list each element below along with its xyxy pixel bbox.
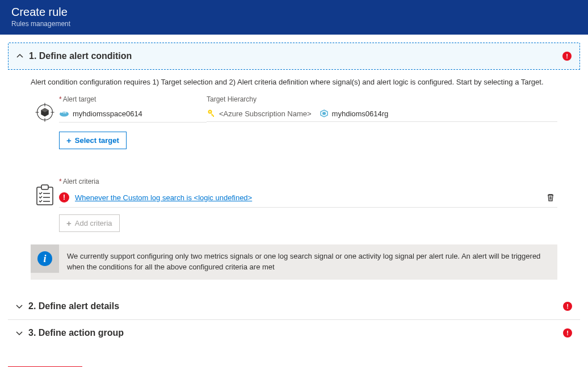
- subscription-name: <Azure Subscription Name>: [219, 109, 312, 118]
- svg-rect-4: [65, 110, 66, 113]
- intro-text: Alert condition configuration requires 1…: [31, 78, 557, 86]
- key-icon: [207, 109, 216, 118]
- alert-target-resource[interactable]: myhdiomsspace0614: [59, 106, 207, 123]
- section-header-1[interactable]: 1. Define alert condition !: [9, 43, 579, 69]
- error-badge-icon: !: [563, 328, 572, 338]
- error-badge-icon: !: [563, 302, 572, 311]
- section-body: Alert condition configuration requires 1…: [8, 69, 580, 293]
- svg-point-6: [209, 111, 211, 112]
- section-title-3: 3. Define action group: [28, 328, 124, 338]
- info-text: We currently support configuring only tw…: [59, 244, 557, 280]
- info-icon: i: [37, 251, 52, 266]
- page-subtitle: Rules management: [11, 20, 577, 28]
- section-define-alert-condition: 1. Define alert condition ! Alert condit…: [8, 43, 580, 293]
- hierarchy-label: Target Hierarchy: [207, 95, 557, 106]
- svg-point-2: [61, 111, 63, 113]
- alert-target-label: *Alert target: [59, 95, 207, 106]
- plus-icon: +: [66, 218, 72, 228]
- criteria-icon-col: [31, 178, 59, 208]
- page-header: Create rule Rules management: [0, 0, 588, 35]
- crosshair-icon: [35, 102, 55, 124]
- criteria-row: *Alert criteria ! Whenever the Custom lo…: [31, 178, 557, 280]
- svg-rect-8: [41, 185, 48, 189]
- target-row: *Alert target myhdiomsspace0614 Target H…: [31, 95, 557, 149]
- criteria-link[interactable]: Whenever the Custom log search is <logic…: [75, 193, 546, 202]
- target-hierarchy: <Azure Subscription Name> myhdioms0614rg: [207, 106, 557, 122]
- chevron-down-icon: [16, 330, 23, 336]
- criteria-item: ! Whenever the Custom log search is <log…: [59, 188, 557, 208]
- svg-rect-3: [64, 111, 65, 113]
- plus-icon: +: [66, 136, 72, 145]
- section-title-1: 1. Define alert condition: [29, 51, 132, 61]
- checklist-icon: [35, 184, 54, 208]
- content-area: 1. Define alert condition ! Alert condit…: [0, 35, 588, 354]
- page-title: Create rule: [11, 6, 577, 19]
- criteria-error-icon: !: [59, 192, 69, 203]
- resource-group-name: myhdioms0614rg: [332, 109, 389, 118]
- section-define-alert-details: 2. Define alert details !: [8, 293, 580, 320]
- add-criteria-button: + Add criteria: [59, 214, 120, 232]
- section-header-2[interactable]: 2. Define alert details !: [8, 293, 580, 319]
- workspace-icon: [59, 109, 69, 119]
- delete-criteria-button[interactable]: [546, 193, 555, 202]
- resource-group-icon: [320, 109, 329, 118]
- target-icon-col: [31, 95, 59, 124]
- alert-criteria-label: *Alert criteria: [59, 178, 557, 188]
- section-define-action-group: 3. Define action group !: [8, 320, 580, 346]
- info-icon-wrap: i: [31, 244, 59, 273]
- target-resource-name: myhdiomsspace0614: [73, 109, 142, 118]
- chevron-down-icon: [16, 303, 23, 310]
- section-title-2: 2. Define alert details: [28, 301, 119, 311]
- select-target-button[interactable]: + Select target: [59, 132, 127, 149]
- info-box: i We currently support configuring only …: [31, 244, 557, 280]
- section-header-3[interactable]: 3. Define action group !: [8, 320, 580, 346]
- error-badge-icon: !: [562, 52, 572, 61]
- chevron-up-icon: [16, 53, 23, 60]
- footer: Create alert rule: [0, 354, 588, 367]
